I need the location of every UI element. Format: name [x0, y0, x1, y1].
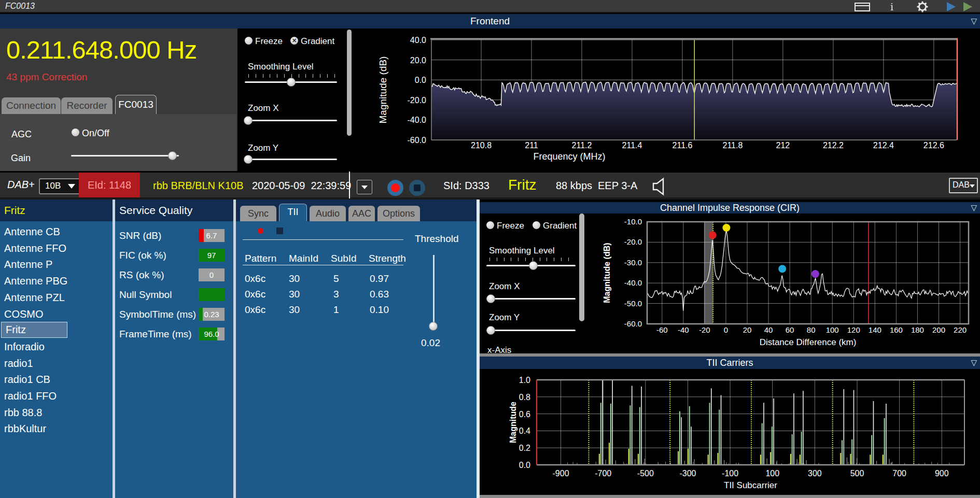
- play-icon[interactable]: [947, 2, 956, 11]
- svg-text:212: 212: [776, 141, 790, 150]
- gear-icon[interactable]: [917, 1, 928, 12]
- service-quality-title: Service Quality: [119, 204, 192, 217]
- sq-bar-value: 96.0: [199, 330, 225, 338]
- station-item[interactable]: Inforadio: [0, 338, 113, 355]
- ensemble-name: rbb BRB/BLN K10B: [153, 180, 244, 192]
- tab-recorder[interactable]: Recorder: [61, 97, 113, 114]
- threshold-slider-handle[interactable]: [429, 322, 438, 331]
- window-icon[interactable]: [855, 3, 870, 11]
- speaker-icon[interactable]: [652, 178, 667, 195]
- svg-text:-900: -900: [553, 469, 569, 478]
- station-item[interactable]: radio1 CB: [0, 371, 113, 388]
- info-icon[interactable]: i: [890, 1, 893, 12]
- dab-status-bar: [0, 171, 980, 200]
- svg-text:-300: -300: [679, 469, 696, 478]
- frontend-title: Frontend: [0, 16, 980, 27]
- agc-radio[interactable]: [72, 129, 79, 136]
- svg-text:0.4: 0.4: [519, 426, 530, 435]
- tab-sync[interactable]: Sync: [240, 206, 276, 221]
- separator: [243, 239, 403, 240]
- svg-text:211.8: 211.8: [723, 141, 743, 150]
- station-item[interactable]: Antenne FFO: [0, 240, 113, 257]
- tab-fc0013[interactable]: FC0013: [115, 95, 157, 114]
- station-item[interactable]: Antenne P: [0, 256, 113, 273]
- tii-carriers-chart: 0.00.20.40.60.81.0-900-700-500-300-10010…: [480, 369, 980, 495]
- station-name: Fritz: [2, 324, 26, 335]
- svg-text:40.0: 40.0: [410, 36, 426, 45]
- svg-text:-40.0: -40.0: [624, 278, 642, 287]
- chevron-down-icon: [68, 184, 75, 189]
- svg-text:211.6: 211.6: [673, 141, 693, 150]
- collapse-tii-carriers-icon[interactable]: ▽: [971, 358, 977, 367]
- bitrate-label: 88 kbps: [556, 180, 592, 192]
- stop-button[interactable]: [409, 180, 425, 196]
- collapse-frontend-icon[interactable]: ▽: [971, 17, 977, 26]
- tab-tii[interactable]: TII: [279, 204, 307, 221]
- svg-text:20: 20: [743, 325, 752, 334]
- station-item[interactable]: Antenne PBG: [0, 273, 113, 289]
- legend-dot-icon: [258, 228, 263, 234]
- tii-col-header: Strength: [369, 253, 406, 264]
- datetime-label: 2020-05-09 22:39:59: [252, 180, 351, 192]
- sq-row-label: FrameTime (ms): [119, 329, 192, 340]
- tii-carriers-header: TII Carriers ▽: [480, 357, 980, 369]
- svg-text:0.0: 0.0: [415, 76, 426, 84]
- tuner-tab-content: [0, 114, 236, 171]
- mode-select[interactable]: DAB: [949, 178, 978, 193]
- station-name: COSMO: [0, 308, 44, 320]
- record-dropdown-button[interactable]: [357, 180, 372, 194]
- tii-cell: 0.97: [370, 273, 389, 284]
- station-item[interactable]: Antenne PZL: [0, 289, 113, 306]
- tii-cell: 0x6c: [245, 273, 265, 284]
- svg-text:0.6: 0.6: [519, 410, 530, 419]
- play-channel-icon[interactable]: [963, 2, 972, 11]
- threshold-slider[interactable]: [433, 255, 435, 328]
- tab-options[interactable]: Options: [377, 206, 420, 221]
- spectrum-chart: 40.020.00.0-20.0-40.0-60.0210.8211211.22…: [236, 29, 980, 171]
- legend-square-icon: [276, 227, 283, 234]
- gain-slider-handle[interactable]: [168, 151, 177, 160]
- sq-bar-frametime: 96.0: [199, 328, 225, 340]
- svg-text:300: 300: [808, 469, 822, 478]
- svg-text:160: 160: [890, 325, 903, 334]
- tii-cell: 30: [289, 273, 300, 284]
- tii-cell: 30: [289, 304, 300, 316]
- frontend-panel-header: Frontend ▽: [0, 14, 980, 29]
- station-name: radio1 FFO: [0, 390, 57, 402]
- table-header-underline: [243, 265, 403, 265]
- station-item[interactable]: radio1 FFO: [0, 388, 113, 404]
- collapse-cir-icon[interactable]: ▽: [971, 203, 977, 212]
- station-item[interactable]: Antenne CB: [0, 223, 113, 240]
- station-name: radio1 CB: [0, 374, 50, 385]
- station-item[interactable]: rbbKultur: [0, 420, 113, 437]
- station-list-title: Fritz: [4, 204, 25, 217]
- gain-slider[interactable]: [71, 155, 179, 156]
- chevron-down-icon: [970, 184, 975, 188]
- svg-text:180: 180: [911, 325, 924, 334]
- svg-text:-100: -100: [722, 469, 738, 478]
- station-item[interactable]: radio1: [0, 355, 113, 372]
- threshold-label: Threshold: [415, 233, 459, 245]
- horizontal-scrollbar[interactable]: [480, 495, 980, 498]
- channel-select[interactable]: 10B: [39, 178, 81, 194]
- svg-text:-20.0: -20.0: [408, 96, 427, 105]
- svg-text:Magnitude (dB): Magnitude (dB): [377, 56, 388, 124]
- station-item-selected[interactable]: Fritz: [1, 322, 67, 338]
- tii-cell: 1: [333, 304, 339, 316]
- station-name: Antenne CB: [0, 226, 60, 237]
- sq-bar-rs: 0: [199, 268, 225, 281]
- sq-bar-snr: 6.7: [199, 229, 225, 242]
- tab-aac[interactable]: AAC: [348, 206, 375, 221]
- tab-connection[interactable]: Connection: [2, 97, 61, 114]
- station-item[interactable]: rbb 88.8: [0, 404, 113, 421]
- tii-cell: 0x6c: [245, 289, 265, 300]
- sq-row-label: RS (ok %): [119, 269, 164, 281]
- station-item[interactable]: COSMO: [0, 306, 113, 322]
- sq-bar-value: 97: [199, 251, 225, 260]
- station-name: Antenne PBG: [0, 275, 67, 287]
- sq-row-label: SymbolTime (ms): [119, 309, 196, 320]
- record-button[interactable]: [387, 180, 403, 196]
- station-name: Antenne PZL: [0, 292, 65, 303]
- tii-cell: 5: [333, 273, 339, 284]
- tab-audio[interactable]: Audio: [310, 206, 346, 221]
